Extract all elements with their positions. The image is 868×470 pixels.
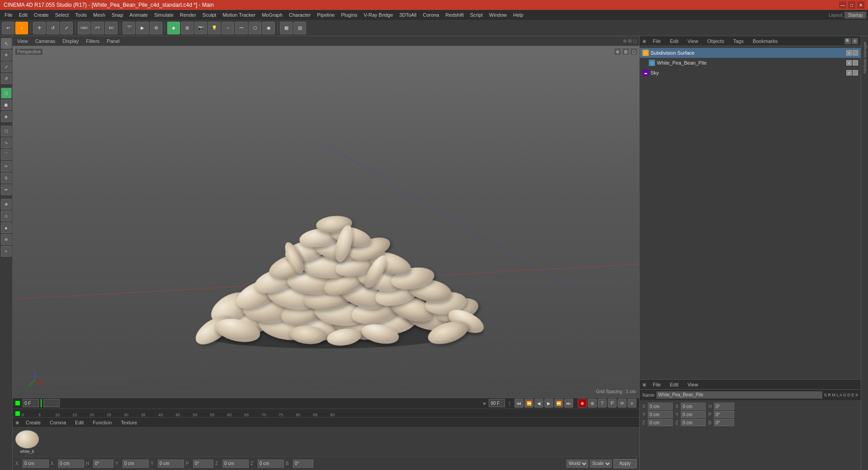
mat-tab-function[interactable]: Function xyxy=(90,419,114,426)
viewport-button[interactable]: ◻ xyxy=(1,88,12,99)
attr-x-pos[interactable] xyxy=(648,403,673,410)
vp-menu-cameras[interactable]: Cameras xyxy=(33,38,57,45)
bean-vis-1[interactable]: ✓ xyxy=(846,60,852,66)
camera2-button[interactable]: ▣ xyxy=(1,99,12,110)
attr-y-scale[interactable] xyxy=(681,411,706,418)
loop-button[interactable]: ⟳ xyxy=(618,399,627,408)
attr-x-scale[interactable] xyxy=(681,403,706,410)
menu-mograph[interactable]: MoGraph xyxy=(259,11,285,19)
viewport-icon-2[interactable]: ⊞ xyxy=(622,48,629,55)
menu-redshift[interactable]: Redshift xyxy=(443,11,466,19)
object-mode-button[interactable]: OBJ xyxy=(78,22,90,34)
play-reverse-button[interactable]: ◀ xyxy=(534,399,543,408)
menu-sculpt[interactable]: Sculpt xyxy=(200,11,219,19)
coord-z-input[interactable] xyxy=(222,460,249,468)
point-mode-button[interactable]: PT xyxy=(91,22,104,34)
next-key-button[interactable]: ⏩ xyxy=(554,399,563,408)
vp-menu-display[interactable]: Display xyxy=(61,38,80,45)
edge-mode-button[interactable]: ED xyxy=(105,22,118,34)
menu-mesh[interactable]: Mesh xyxy=(90,11,108,19)
bezier-button[interactable]: ⌒ xyxy=(1,149,12,160)
menu-file[interactable]: File xyxy=(2,11,15,19)
undo-button[interactable]: ↩ xyxy=(2,22,14,34)
attr-menu-file[interactable]: File xyxy=(650,381,664,388)
key-button[interactable]: ? xyxy=(598,399,607,408)
select-button[interactable]: ↖ xyxy=(1,38,12,49)
material-button[interactable]: ◉ xyxy=(262,22,275,34)
coord-y-input[interactable] xyxy=(123,460,149,468)
bean-vis-2[interactable] xyxy=(853,60,858,66)
menu-snap[interactable]: Snap xyxy=(109,11,126,19)
playback-settings-button[interactable]: P xyxy=(608,399,617,408)
object-button[interactable]: ○ xyxy=(222,22,234,34)
render-button[interactable]: ▶ xyxy=(136,22,149,34)
timeline-ruler-row[interactable]: 0 5 10 15 20 25 30 35 40 45 50 55 60 65 … xyxy=(13,409,639,418)
bevel-button[interactable]: ◇ xyxy=(1,211,12,221)
menu-3dtoall[interactable]: 3DToAll xyxy=(396,11,419,19)
scale-button[interactable]: ⤢ xyxy=(1,61,12,72)
subdiv-vis-1[interactable]: ✓ xyxy=(846,50,852,56)
polygon-button[interactable]: ⬡ xyxy=(1,126,12,136)
layout-button[interactable]: ▦ xyxy=(280,22,292,34)
scale-select[interactable]: Scale xyxy=(590,460,612,468)
coord-p-input[interactable] xyxy=(193,460,213,468)
auto-key-button[interactable]: ⊕ xyxy=(588,399,597,408)
close-button[interactable]: ✕ xyxy=(857,1,864,9)
camera-button[interactable]: 📷 xyxy=(194,22,207,34)
extra-button[interactable]: ≡ xyxy=(627,399,637,408)
move-button[interactable]: ✛ xyxy=(1,50,12,61)
scale-tool-button[interactable]: ⤢ xyxy=(60,22,73,34)
coord-h-input[interactable] xyxy=(93,460,113,468)
menu-help[interactable]: Help xyxy=(510,11,526,19)
brush-button[interactable]: S xyxy=(1,173,12,183)
render-view-button[interactable]: 🎬 xyxy=(123,22,135,34)
menu-simulate[interactable]: Simulate xyxy=(151,11,176,19)
coord-x2-input[interactable] xyxy=(58,460,84,468)
menu-script[interactable]: Script xyxy=(467,11,486,19)
light2-button[interactable]: ◈ xyxy=(1,111,12,122)
menu-character[interactable]: Character xyxy=(286,11,313,19)
layout-selector[interactable]: Startup xyxy=(844,12,866,19)
material-preview[interactable]: white_b xyxy=(15,430,39,454)
menu-select[interactable]: Select xyxy=(52,11,72,19)
obj-menu-view[interactable]: View xyxy=(685,38,701,45)
mat-tab-edit[interactable]: Edit xyxy=(72,419,86,426)
paint-button[interactable]: ✏ xyxy=(1,184,12,195)
vp-menu-filters[interactable]: Filters xyxy=(84,38,101,45)
play-button[interactable]: ▶ xyxy=(544,399,553,408)
attr-p-rot[interactable] xyxy=(714,411,734,418)
obj-menu-objects[interactable]: Objects xyxy=(704,38,726,45)
magnet-button[interactable]: ⊕ xyxy=(1,199,12,210)
menu-vray[interactable]: V-Ray Bridge xyxy=(361,11,396,19)
obj-menu-edit[interactable]: Edit xyxy=(667,38,681,45)
menu-motion-tracker[interactable]: Motion Tracker xyxy=(220,11,258,19)
spline2-button[interactable]: ∿ xyxy=(1,137,12,148)
knife-button[interactable]: ✂ xyxy=(1,161,12,172)
window-controls[interactable]: — □ ✕ xyxy=(839,1,864,9)
frame-input[interactable] xyxy=(43,399,60,407)
coord-y2-input[interactable] xyxy=(158,460,184,468)
end-frame-input[interactable] xyxy=(489,399,505,407)
obj-menu-bookmarks[interactable]: Bookmarks xyxy=(750,38,780,45)
menu-create[interactable]: Create xyxy=(31,11,52,19)
record-button[interactable]: ⏺ xyxy=(578,399,587,408)
menu-animate[interactable]: Animate xyxy=(127,11,151,19)
vp-menu-panel[interactable]: Panel xyxy=(105,38,121,45)
new-object-button[interactable]: + xyxy=(15,22,28,34)
obj-config-icon[interactable]: ⚙ xyxy=(852,38,858,44)
deformer-button[interactable]: ⬡ xyxy=(249,22,261,34)
object-item-sky[interactable]: ☁ Sky ✓ xyxy=(640,68,861,78)
vp-menu-view[interactable]: View xyxy=(15,38,30,45)
attr-menu-edit[interactable]: Edit xyxy=(667,381,681,388)
menu-tools[interactable]: Tools xyxy=(72,11,90,19)
menu-window[interactable]: Window xyxy=(486,11,509,19)
viewport-icon-1[interactable]: ⊕ xyxy=(614,48,621,55)
coord-b-input[interactable] xyxy=(293,460,313,468)
viewport-icon-3[interactable]: ◻ xyxy=(630,48,637,55)
grid-button[interactable]: ⊞ xyxy=(181,22,193,34)
go-end-button[interactable]: ⏭ xyxy=(564,399,573,408)
attr-menu-view[interactable]: View xyxy=(685,381,701,388)
attr-h-rot[interactable] xyxy=(714,403,734,410)
mat-tab-corona[interactable]: Corona xyxy=(47,419,69,426)
attr-y-pos[interactable] xyxy=(648,411,673,418)
